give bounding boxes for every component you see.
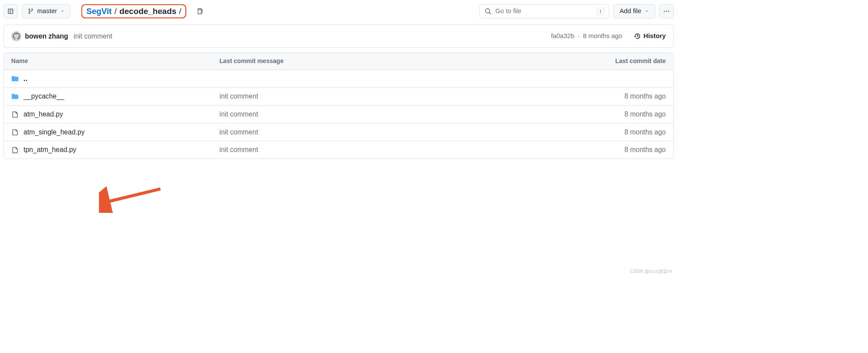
- svg-point-0: [664, 11, 665, 12]
- file-icon: [11, 128, 19, 136]
- kbd-hint: t: [597, 8, 604, 15]
- folder-icon: [11, 75, 19, 82]
- copy-icon: [196, 7, 203, 15]
- search-icon: [484, 8, 491, 15]
- table-row[interactable]: atm_single_head.py init comment 8 months…: [4, 124, 673, 141]
- row-date: 8 months ago: [587, 110, 665, 118]
- side-panel-icon: [7, 8, 14, 15]
- copy-path-button[interactable]: [193, 5, 206, 18]
- commit-sha[interactable]: fa0a32b: [551, 32, 574, 40]
- breadcrumb: SegVit / decode_heads /: [81, 4, 186, 18]
- parent-dir-label: ..: [24, 75, 28, 83]
- row-commit-msg[interactable]: init comment: [220, 110, 588, 118]
- row-commit-msg[interactable]: init comment: [220, 128, 588, 136]
- file-name[interactable]: tpn_atm_head.py: [24, 146, 77, 154]
- table-row[interactable]: tpn_atm_head.py init comment 8 months ag…: [4, 141, 673, 159]
- svg-point-1: [666, 11, 667, 12]
- table-row[interactable]: atm_head.py init comment 8 months ago: [4, 106, 673, 124]
- file-icon: [11, 146, 19, 153]
- parent-directory-row[interactable]: ..: [4, 70, 673, 88]
- watermark: CSDN @cccc楚染rrr: [630, 268, 672, 275]
- commit-message[interactable]: init comment: [74, 32, 112, 40]
- row-date: 8 months ago: [587, 92, 665, 100]
- svg-point-2: [668, 11, 669, 12]
- caret-down-icon: [644, 9, 648, 13]
- commit-author[interactable]: bowen zhang: [25, 32, 68, 40]
- caret-down-icon: [60, 9, 64, 13]
- history-icon: [634, 33, 641, 40]
- more-options-button[interactable]: [659, 4, 674, 18]
- breadcrumb-folder: decode_heads: [119, 7, 176, 16]
- breadcrumb-repo-link[interactable]: SegVit: [86, 7, 112, 16]
- kebab-icon: [663, 8, 670, 15]
- row-commit-msg[interactable]: init comment: [220, 92, 588, 100]
- go-to-file-input-wrapper[interactable]: t: [480, 4, 609, 18]
- row-commit-msg[interactable]: init comment: [220, 146, 588, 154]
- header-message: Last commit message: [220, 58, 588, 65]
- arrow-annotation: [99, 186, 167, 213]
- svg-line-4: [104, 189, 161, 202]
- table-header: Name Last commit message Last commit dat…: [4, 53, 673, 70]
- file-name[interactable]: __pycache__: [24, 92, 64, 100]
- table-row[interactable]: __pycache__ init comment 8 months ago: [4, 88, 673, 106]
- breadcrumb-trail: /: [179, 7, 181, 16]
- file-icon: [11, 110, 19, 118]
- header-date: Last commit date: [587, 58, 665, 65]
- dot-separator: ·: [578, 32, 580, 39]
- latest-commit-bar: bowen zhang init comment fa0a32b · 8 mon…: [4, 25, 674, 48]
- add-file-button[interactable]: Add file: [613, 4, 655, 18]
- expand-panel-button[interactable]: [4, 4, 18, 18]
- file-table: Name Last commit message Last commit dat…: [4, 53, 674, 159]
- row-date: 8 months ago: [587, 128, 665, 136]
- header-name: Name: [11, 58, 220, 65]
- breadcrumb-separator: /: [115, 7, 117, 16]
- history-link[interactable]: History: [634, 32, 666, 40]
- go-to-file-input[interactable]: [495, 7, 593, 15]
- file-name[interactable]: atm_single_head.py: [24, 128, 85, 136]
- avatar[interactable]: [11, 31, 21, 41]
- branch-name: master: [37, 7, 57, 15]
- github-icon: [13, 32, 20, 40]
- commit-date: 8 months ago: [583, 32, 623, 40]
- add-file-label: Add file: [620, 7, 641, 15]
- branch-icon: [28, 8, 34, 14]
- file-name[interactable]: atm_head.py: [24, 110, 63, 118]
- branch-select-button[interactable]: master: [22, 4, 70, 18]
- folder-icon: [11, 93, 19, 100]
- row-date: 8 months ago: [587, 146, 665, 154]
